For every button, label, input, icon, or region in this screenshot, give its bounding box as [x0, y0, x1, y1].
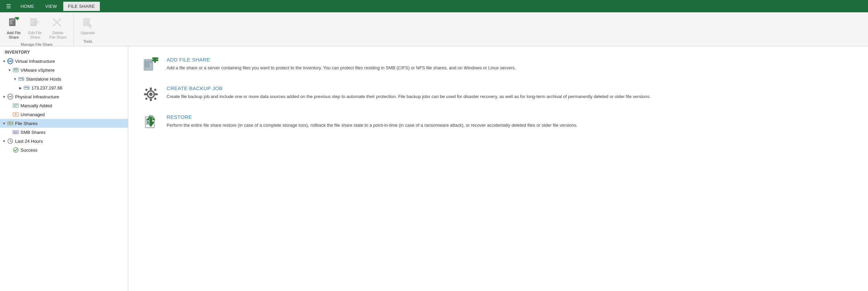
sidebar-section-header: INVENTORY — [0, 46, 128, 57]
toggle-vmware-vsphere[interactable]: ▼ — [7, 67, 12, 73]
svg-point-29 — [23, 79, 24, 80]
sidebar-item-manually-added-label: Manually Added — [21, 103, 52, 108]
ribbon-group-manage: Add FileShare Edit FileShare — [0, 14, 74, 45]
action-restore-desc: Perform the entire file share restore (i… — [167, 122, 854, 129]
svg-rect-45 — [11, 122, 12, 124]
action-create-backup-job: CREATE BACKUP JOB Create file backup job… — [142, 85, 854, 103]
ribbon-upgrade[interactable]: Upgrade — [77, 15, 98, 37]
svg-rect-72 — [154, 97, 157, 100]
ribbon-edit-file-share[interactable]: Edit FileShare — [25, 15, 45, 41]
toggle-last-24-hours[interactable]: ▼ — [1, 138, 7, 144]
svg-line-53 — [10, 141, 12, 142]
sidebar-item-unmanaged-label: Unmanaged — [21, 112, 45, 117]
ribbon-buttons-tools: Upgrade — [77, 15, 98, 39]
action-create-backup-job-text: CREATE BACKUP JOB Create file backup job… — [167, 85, 854, 100]
sidebar-item-success[interactable]: Success — [0, 146, 128, 154]
delete-file-share-ribbon-icon — [51, 16, 65, 30]
svg-rect-16 — [86, 19, 87, 24]
svg-rect-71 — [145, 97, 148, 100]
svg-rect-57 — [147, 61, 149, 68]
action-add-file-share-text: ADD FILE SHARE Add a file share or a ser… — [167, 57, 854, 71]
svg-rect-10 — [32, 19, 34, 24]
toggle-virtual-infra[interactable]: ▼ — [1, 58, 7, 64]
svg-rect-17 — [87, 19, 89, 20]
toggle-physical-infra[interactable]: ▼ — [1, 94, 7, 99]
action-restore-text: RESTORE Perform the entire file share re… — [167, 114, 854, 129]
smb-shares-icon — [12, 129, 19, 136]
action-restore-title[interactable]: RESTORE — [167, 114, 854, 120]
svg-rect-31 — [25, 87, 29, 88]
sidebar-item-last-24-hours-label: Last 24 Hours — [15, 139, 43, 144]
sidebar-item-physical-infra[interactable]: ▼ Physical Infrastructure — [0, 92, 128, 101]
sidebar-item-last-24-hours[interactable]: ▼ Last 24 Hours — [0, 137, 128, 146]
action-restore-icon — [142, 114, 160, 132]
action-add-file-share: ADD FILE SHARE Add a file share or a ser… — [142, 57, 854, 74]
sidebar: INVENTORY ▼ Virtual Infrastructure ▼ — [0, 46, 128, 291]
ribbon-buttons-manage: Add FileShare Edit FileShare — [3, 15, 70, 42]
sidebar-item-smb-shares-label: SMB Shares — [21, 130, 45, 135]
svg-rect-38 — [14, 105, 18, 105]
toggle-standalone-hosts[interactable]: ▼ — [12, 76, 18, 82]
upgrade-ribbon-icon — [81, 16, 95, 30]
unmanaged-icon — [12, 111, 19, 118]
toggle-host-ip[interactable]: ▶ — [18, 85, 23, 91]
svg-rect-2 — [11, 19, 12, 24]
sidebar-item-host-ip[interactable]: ▶ 173.237.197.66 — [0, 83, 128, 92]
sidebar-item-virtual-infra[interactable]: ▼ Virtual Infrastructure — [0, 57, 128, 66]
vmware-vsphere-icon — [12, 67, 19, 73]
svg-rect-11 — [34, 19, 36, 20]
svg-rect-46 — [12, 122, 13, 124]
sidebar-item-file-shares[interactable]: ▼ File Shares — [0, 119, 128, 128]
svg-rect-68 — [155, 93, 158, 95]
sidebar-item-standalone-hosts-label: Standalone Hosts — [26, 77, 61, 82]
svg-rect-1 — [10, 19, 11, 24]
ribbon-group-manage-label: Manage File Share — [21, 42, 53, 46]
sidebar-item-smb-shares[interactable]: SMB Shares — [0, 128, 128, 137]
sidebar-item-manually-added[interactable]: Manually Added — [0, 101, 128, 110]
toggle-file-shares[interactable]: ▼ — [1, 121, 7, 126]
add-file-share-ribbon-icon — [7, 16, 21, 30]
svg-rect-39 — [14, 106, 16, 107]
main-layout: INVENTORY ▼ Virtual Infrastructure ▼ — [0, 46, 868, 291]
menu-view[interactable]: VIEW — [40, 2, 62, 11]
sidebar-item-vmware-vsphere[interactable]: ▼ VMware vSphere — [0, 66, 128, 74]
sidebar-item-file-shares-label: File Shares — [15, 121, 38, 126]
svg-rect-37 — [13, 103, 18, 108]
ribbon: Add FileShare Edit FileShare — [0, 12, 868, 46]
svg-rect-28 — [19, 78, 23, 79]
svg-rect-56 — [145, 61, 147, 68]
svg-rect-19 — [90, 27, 91, 29]
menu-home[interactable]: HOME — [16, 2, 39, 11]
svg-rect-67 — [144, 93, 147, 95]
ribbon-delete-file-share[interactable]: DeleteFile Share — [46, 15, 70, 41]
action-create-backup-job-title[interactable]: CREATE BACKUP JOB — [167, 85, 854, 91]
svg-rect-15 — [84, 19, 85, 24]
virtual-infra-icon — [7, 58, 14, 65]
svg-marker-73 — [147, 116, 155, 127]
svg-rect-50 — [16, 131, 17, 133]
svg-rect-7 — [17, 17, 18, 20]
svg-point-23 — [10, 60, 11, 62]
svg-point-32 — [28, 88, 29, 89]
action-add-file-share-title[interactable]: ADD FILE SHARE — [167, 57, 854, 63]
svg-point-64 — [149, 93, 153, 96]
edit-file-share-ribbon-icon — [28, 16, 42, 30]
sidebar-item-physical-infra-label: Physical Infrastructure — [15, 94, 59, 99]
svg-rect-70 — [154, 88, 157, 91]
menu-file-share[interactable]: FILE SHARE — [63, 2, 100, 11]
sidebar-item-unmanaged[interactable]: Unmanaged — [0, 110, 128, 119]
svg-rect-69 — [145, 88, 148, 91]
hamburger-menu[interactable]: ☰ — [3, 1, 14, 12]
svg-rect-26 — [14, 70, 18, 71]
svg-rect-62 — [154, 58, 156, 63]
ribbon-add-file-share[interactable]: Add FileShare — [3, 15, 24, 41]
svg-rect-42 — [8, 122, 9, 124]
action-restore: RESTORE Perform the entire file share re… — [142, 114, 854, 132]
svg-rect-66 — [150, 98, 152, 101]
sidebar-item-standalone-hosts[interactable]: ▼ Standalone Hosts — [0, 74, 128, 83]
last-24-hours-icon — [7, 138, 14, 144]
svg-rect-65 — [150, 87, 152, 90]
success-icon — [12, 147, 19, 153]
svg-rect-48 — [14, 131, 15, 133]
action-create-backup-job-icon — [142, 85, 160, 103]
